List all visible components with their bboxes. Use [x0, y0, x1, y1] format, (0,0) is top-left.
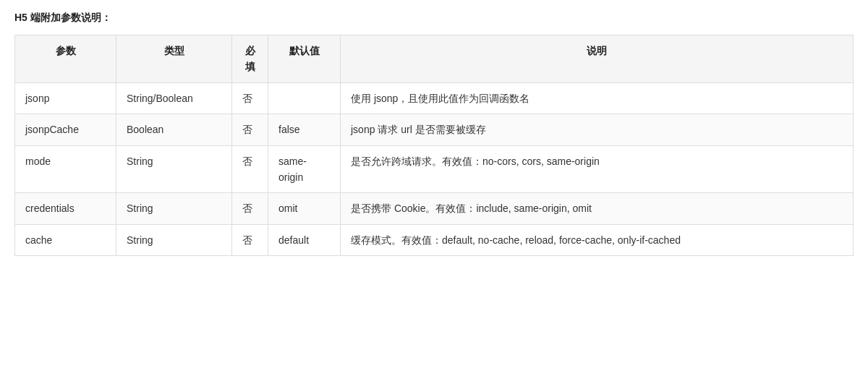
col-header-type: 类型	[116, 35, 232, 83]
table-row: cacheString否default缓存模式。有效值：default, no-…	[15, 224, 854, 255]
cell-default-4: default	[268, 224, 341, 255]
col-header-default: 默认值	[268, 35, 341, 83]
table-header-row: 参数 类型 必 填 默认值 说明	[15, 35, 854, 83]
cell-type-3: String	[116, 193, 232, 224]
cell-type-2: String	[116, 145, 232, 193]
cell-desc-4: 缓存模式。有效值：default, no-cache, reload, forc…	[341, 224, 854, 255]
cell-type-0: String/Boolean	[116, 82, 232, 114]
table-row: jsonpCacheBoolean否falsejsonp 请求 url 是否需要…	[15, 114, 854, 145]
cell-desc-0: 使用 jsonp，且使用此值作为回调函数名	[341, 82, 854, 114]
table-row: modeString否same-origin是否允许跨域请求。有效值：no-co…	[15, 145, 854, 193]
cell-param-0: jsonp	[15, 82, 116, 114]
cell-req-4: 否	[232, 224, 268, 255]
cell-default-1: false	[268, 114, 341, 145]
cell-desc-3: 是否携带 Cookie。有效值：include, same-origin, om…	[341, 193, 854, 224]
page-title: H5 端附加参数说明：	[14, 12, 854, 25]
cell-desc-1: jsonp 请求 url 是否需要被缓存	[341, 114, 854, 145]
cell-type-4: String	[116, 224, 232, 255]
cell-desc-2: 是否允许跨域请求。有效值：no-cors, cors, same-origin	[341, 145, 854, 193]
cell-default-2: same-origin	[268, 145, 341, 193]
col-header-req: 必 填	[232, 35, 268, 83]
cell-param-2: mode	[15, 145, 116, 193]
cell-default-3: omit	[268, 193, 341, 224]
cell-req-3: 否	[232, 193, 268, 224]
table-row: credentialsString否omit是否携带 Cookie。有效值：in…	[15, 193, 854, 224]
cell-type-1: Boolean	[116, 114, 232, 145]
cell-req-2: 否	[232, 145, 268, 193]
cell-param-1: jsonpCache	[15, 114, 116, 145]
cell-param-4: cache	[15, 224, 116, 255]
cell-default-0	[268, 82, 341, 114]
col-header-param: 参数	[15, 35, 116, 83]
cell-param-3: credentials	[15, 193, 116, 224]
params-table: 参数 类型 必 填 默认值 说明 jsonpString/Boolean否使用 …	[14, 35, 854, 256]
table-row: jsonpString/Boolean否使用 jsonp，且使用此值作为回调函数…	[15, 82, 854, 114]
col-header-desc: 说明	[341, 35, 854, 83]
cell-req-0: 否	[232, 82, 268, 114]
cell-req-1: 否	[232, 114, 268, 145]
